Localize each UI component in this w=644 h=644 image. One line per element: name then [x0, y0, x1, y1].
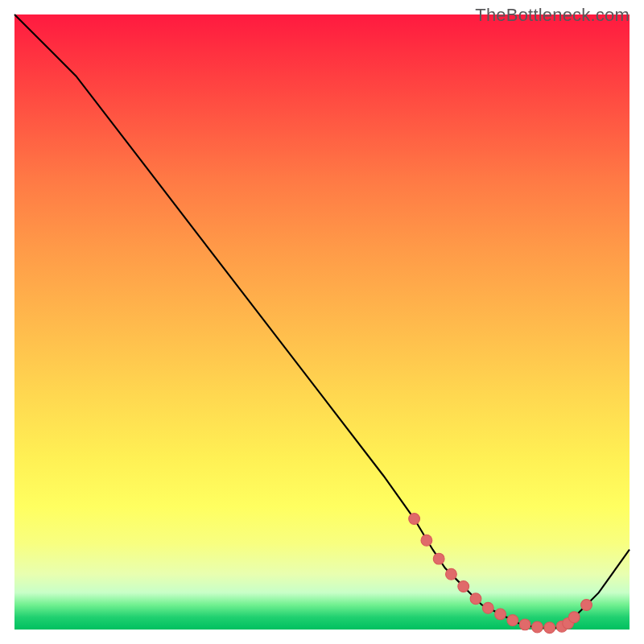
chart-marker: [581, 600, 592, 611]
chart-curve: [14, 14, 630, 628]
chart-marker: [519, 619, 530, 630]
attribution-text: TheBottleneck.com: [475, 5, 630, 26]
chart-marker: [421, 535, 432, 546]
chart-marker: [470, 593, 481, 605]
chart-marker: [532, 621, 543, 633]
chart-marker: [409, 514, 420, 525]
chart-marker: [544, 622, 555, 634]
chart-marker: [458, 581, 469, 592]
chart-markers: [409, 514, 592, 634]
chart-marker: [507, 615, 518, 626]
chart-marker: [482, 602, 493, 613]
chart-area: [14, 14, 630, 630]
chart-marker: [568, 612, 580, 623]
chart-marker: [433, 553, 444, 564]
chart-marker: [495, 609, 506, 620]
chart-marker: [446, 568, 457, 580]
chart-svg: [14, 14, 630, 630]
